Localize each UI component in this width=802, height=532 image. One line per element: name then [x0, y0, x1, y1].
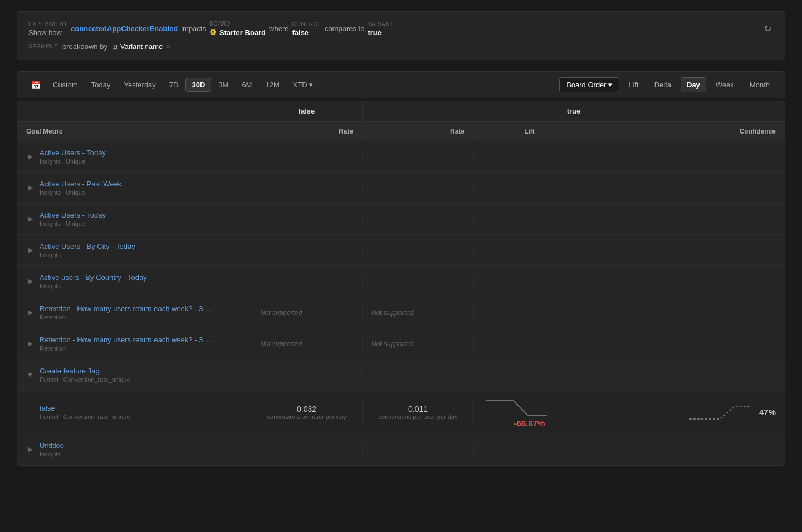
table-row: ▶ Retention - How many users return each…: [17, 297, 785, 328]
col-header-confidence: Confidence: [585, 122, 785, 141]
confidence-mini-chart: [687, 401, 754, 423]
delta-button[interactable]: Delta: [648, 77, 677, 92]
lift-cell: [474, 370, 585, 381]
date-buttons-group: 📅 Custom Today Yesterday 7D 30D 3M 6M 12…: [26, 78, 319, 92]
table-row: ▶ Active Users - Today Insights · Unique: [17, 141, 785, 173]
control-value: false: [292, 28, 321, 37]
week-button[interactable]: Week: [710, 77, 740, 92]
metric-name[interactable]: Active Users - By City - Today: [40, 242, 135, 250]
refresh-button[interactable]: ↻: [762, 21, 774, 36]
true-rate-cell: [363, 245, 474, 256]
true-rate-cell: [363, 444, 474, 455]
true-rate-cell-not-supported: Not supported: [363, 334, 474, 353]
lift-cell: [474, 444, 585, 455]
false-rate-cell: [251, 214, 363, 225]
expand-button[interactable]: ▶: [26, 371, 35, 380]
lift-cell: [474, 245, 585, 256]
lift-cell: [474, 151, 585, 162]
expand-button[interactable]: ▶: [26, 246, 35, 255]
col-header-false-rate: Rate: [251, 122, 363, 141]
sub-metric-name-cell: false Funnel · Conversion_rate_unique: [17, 398, 251, 426]
table-sub-row: false Funnel · Conversion_rate_unique 0.…: [17, 391, 785, 434]
metric-name-cell: ▶ Active Users - Today Insights · Unique: [17, 143, 251, 170]
7d-button[interactable]: 7D: [163, 78, 185, 92]
board-name: Starter Board: [219, 28, 266, 37]
expand-button[interactable]: ▶: [26, 215, 35, 224]
table-row: ▶ Active Users - By City - Today Insight…: [17, 235, 785, 266]
group-header-false: false: [251, 101, 363, 121]
variant-label: VARIANT: [368, 21, 393, 27]
true-rate-sub: conversions per user per day: [371, 413, 464, 420]
lift-cell: [474, 214, 585, 225]
day-button[interactable]: Day: [681, 77, 706, 92]
true-rate-value: 0.011: [371, 405, 464, 413]
confidence-cell: [585, 183, 785, 194]
custom-button[interactable]: Custom: [47, 78, 84, 92]
page-container: EXPERIMENT Show how connectedAppCheckerE…: [0, 0, 802, 477]
xtd-button[interactable]: XTD ▾: [287, 78, 320, 92]
yesterday-button[interactable]: Yesterday: [118, 78, 162, 92]
lift-cell: -66.67%: [474, 391, 585, 434]
false-rate-cell-not-supported: Not supported: [251, 334, 363, 353]
metric-name-cell: ▶ Retention - How many users return each…: [17, 299, 251, 326]
lift-button[interactable]: Lift: [623, 77, 644, 92]
metric-name[interactable]: Untitled: [40, 441, 64, 450]
metric-name[interactable]: Active Users - Today: [40, 211, 106, 219]
right-toolbar: Board Order ▾ Lift Delta Day Week Month: [559, 77, 776, 92]
metric-name[interactable]: Active Users - Today: [40, 149, 106, 157]
30d-button[interactable]: 30D: [185, 78, 211, 92]
metric-name-cell: ▶ Retention - How many users return each…: [17, 330, 251, 357]
col-headers-row: Goal Metric Rate Rate Lift Confidence: [17, 122, 785, 141]
compares-to-text: compares to: [325, 24, 365, 33]
segment-close-icon[interactable]: ✕: [165, 43, 171, 51]
metric-name[interactable]: Create feature flag: [40, 367, 130, 375]
metric-name-cell: ▶ Create feature flag Funnel · Conversio…: [17, 361, 251, 388]
expand-button[interactable]: ▶: [26, 339, 35, 348]
metric-sub: Retention: [40, 314, 211, 321]
metric-sub: Insights · Unique: [40, 189, 121, 196]
sub-metric-name[interactable]: false: [40, 404, 130, 412]
12m-button[interactable]: 12M: [259, 78, 285, 92]
false-rate-cell: [251, 245, 363, 256]
toolbar: 📅 Custom Today Yesterday 7D 30D 3M 6M 12…: [17, 71, 785, 98]
segment-name: Variant name: [120, 42, 163, 51]
expand-button[interactable]: ▶: [26, 277, 35, 286]
metric-name[interactable]: Active Users - Past Week: [40, 180, 121, 188]
6m-button[interactable]: 6M: [236, 78, 258, 92]
table-row: ▶ Active Users - Today Insights · Unique: [17, 204, 785, 235]
false-rate-sub: conversions per user per day: [260, 413, 353, 420]
metric-name[interactable]: Active users - By Country - Today: [40, 273, 147, 282]
experiment-label: EXPERIMENT: [28, 21, 67, 27]
metric-sub: Funnel · Conversion_rate_unique: [40, 376, 130, 383]
confidence-cell: [585, 214, 785, 225]
false-rate-cell: [251, 444, 363, 455]
group-header-true: true: [363, 101, 785, 121]
table-row: ▶ Untitled Insights: [17, 434, 785, 465]
expand-button[interactable]: ▶: [26, 152, 35, 161]
confidence-cell: [585, 245, 785, 256]
true-rate-cell: [363, 370, 474, 381]
metric-name[interactable]: Retention - How many users return each w…: [40, 336, 211, 344]
false-rate-cell: 0.032 conversions per user per day: [251, 399, 363, 426]
expand-button[interactable]: ▶: [26, 308, 35, 317]
3m-button[interactable]: 3M: [212, 78, 234, 92]
sub-metric-sub: Funnel · Conversion_rate_unique: [40, 413, 130, 420]
metric-sub: Insights · Unique: [40, 158, 106, 165]
month-button[interactable]: Month: [744, 77, 776, 92]
today-button[interactable]: Today: [85, 78, 117, 92]
expand-button[interactable]: ▶: [26, 184, 35, 193]
experiment-name: connectedAppCheckerEnabled: [71, 24, 178, 33]
metric-sub: Retention: [40, 345, 211, 352]
board-order-button[interactable]: Board Order ▾: [559, 77, 619, 92]
confidence-cell: [585, 276, 785, 287]
table-row: ▶ Active users - By Country - Today Insi…: [17, 266, 785, 297]
metric-sub: Insights: [40, 252, 135, 258]
col-header-metric: Goal Metric: [17, 122, 251, 141]
confidence-cell: [585, 444, 785, 455]
expand-button[interactable]: ▶: [26, 445, 35, 454]
metric-name[interactable]: Retention - How many users return each w…: [40, 304, 211, 313]
control-label: CONTROL: [292, 21, 321, 27]
metric-name-cell: ▶ Active Users - Past Week Insights · Un…: [17, 174, 251, 201]
calendar-button[interactable]: 📅: [26, 78, 46, 92]
table-row-expanded: ▶ Create feature flag Funnel · Conversio…: [17, 359, 785, 391]
